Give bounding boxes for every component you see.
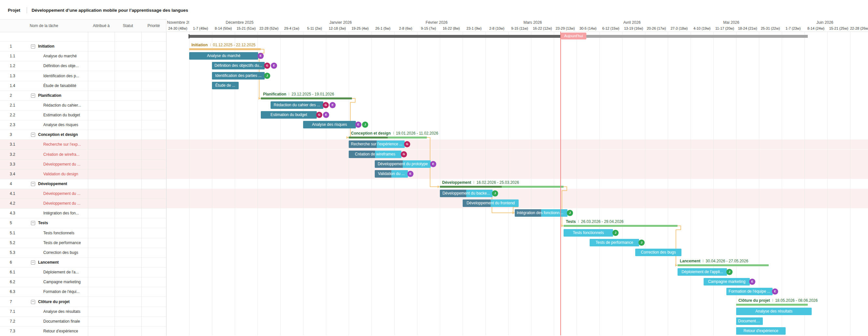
priority-cell[interactable]: ↑Moyen bbox=[141, 316, 166, 327]
collapse-toggle-icon[interactable] bbox=[31, 182, 35, 186]
status-cell[interactable]: Ouvert bbox=[115, 267, 142, 277]
task-name-cell[interactable]: 4.1Développement du ... bbox=[0, 189, 88, 199]
status-cell[interactable]: En cour bbox=[115, 139, 142, 149]
assignee-cell[interactable]: JJean... bbox=[88, 228, 115, 238]
priority-cell[interactable]: ↑Moyen bbox=[141, 169, 166, 179]
priority-cell[interactable]: ↑Moyen bbox=[141, 101, 166, 110]
summary-bar-progress[interactable] bbox=[440, 186, 502, 188]
priority-cell[interactable]: ↑Moyen bbox=[141, 208, 166, 218]
collapse-toggle-icon[interactable] bbox=[31, 44, 35, 49]
collapse-toggle-icon[interactable] bbox=[31, 93, 35, 98]
task-name-cell[interactable]: 1.3Identification des p... bbox=[0, 71, 88, 81]
summary-bar[interactable] bbox=[736, 304, 808, 306]
status-cell[interactable]: Ouvert bbox=[115, 326, 142, 336]
status-cell[interactable]: Ouvert bbox=[115, 316, 142, 327]
task-bar[interactable]: Estimation du budget bbox=[261, 111, 317, 119]
task-name-cell[interactable]: 6.1Déploiement de l'a... bbox=[0, 267, 88, 277]
task-name-cell[interactable]: 5.2Tests de performance bbox=[0, 238, 88, 248]
priority-cell[interactable]: ↑Moyen bbox=[141, 61, 166, 71]
task-name-cell[interactable]: 3.3Développement du ... bbox=[0, 159, 88, 169]
assignee-cell[interactable]: EEtien... bbox=[88, 277, 115, 287]
priority-cell[interactable]: ↑Moyen bbox=[141, 228, 166, 238]
task-name-cell[interactable]: 1.4Étude de faisabilité bbox=[0, 81, 88, 91]
task-name-cell[interactable]: 6.2Campagne marketing bbox=[0, 277, 88, 287]
priority-cell[interactable]: ↑Moyen bbox=[141, 238, 166, 248]
task-name-cell[interactable]: 2.3Analyse des risques bbox=[0, 120, 88, 130]
priority-cell[interactable]: ↑Moyen bbox=[141, 110, 166, 120]
task-bar[interactable]: Étude de ... bbox=[212, 82, 239, 89]
assignee-cell[interactable]: Non attrib... bbox=[88, 248, 115, 258]
status-cell[interactable]: Ouvert bbox=[115, 228, 142, 238]
priority-cell[interactable]: ↑Moyen bbox=[141, 120, 166, 130]
assignee-cell[interactable]: Non attrib... bbox=[88, 316, 115, 327]
task-bar[interactable]: Identification des parties ... bbox=[212, 72, 265, 80]
priority-cell[interactable]: ↑Moyen bbox=[141, 51, 166, 61]
task-bar[interactable]: Tests de performance bbox=[590, 239, 639, 246]
priority-cell[interactable]: ↑Haut bbox=[141, 198, 166, 208]
status-cell[interactable]: En cour bbox=[115, 169, 142, 179]
summary-bar[interactable] bbox=[261, 97, 352, 100]
status-cell[interactable]: Ouvert bbox=[115, 238, 142, 248]
collapse-toggle-icon[interactable] bbox=[31, 300, 35, 304]
task-bar[interactable]: Formation de l'équipe ... bbox=[726, 288, 773, 295]
assignee-cell[interactable]: GGilbe... bbox=[88, 139, 115, 149]
task-name-cell[interactable]: 1.2Définition des obje... bbox=[0, 61, 88, 71]
summary-bar-remaining[interactable] bbox=[502, 186, 564, 188]
priority-cell[interactable]: ↑Moyen bbox=[141, 287, 166, 297]
status-cell[interactable]: En cour bbox=[115, 208, 142, 218]
collapse-toggle-icon[interactable] bbox=[31, 260, 35, 264]
task-bar[interactable]: Développement du prototype bbox=[375, 160, 431, 168]
task-bar[interactable]: Tests fonctionnels bbox=[564, 229, 613, 236]
assignee-cell[interactable]: GE bbox=[88, 61, 115, 71]
task-bar[interactable]: Analyse des risques bbox=[303, 121, 356, 129]
priority-cell[interactable]: ↑Moyen bbox=[141, 149, 166, 160]
assignee-cell[interactable]: EEtien... bbox=[88, 287, 115, 297]
task-bar[interactable]: Recherche sur l'expérience ... bbox=[349, 140, 405, 148]
status-cell[interactable]: Fait bbox=[115, 81, 142, 91]
summary-bar[interactable] bbox=[189, 48, 261, 50]
task-bar[interactable]: Correction des bugs bbox=[635, 249, 681, 256]
task-bar[interactable]: Analyse du marché bbox=[189, 52, 258, 60]
task-name-cell[interactable]: 2.2Estimation du budget bbox=[0, 110, 88, 120]
task-name-cell[interactable]: 5.3Correction des bugs bbox=[0, 248, 88, 258]
priority-cell[interactable]: ↑Haut bbox=[141, 189, 166, 199]
assignee-cell[interactable]: Non attrib... bbox=[88, 81, 115, 91]
status-cell[interactable]: Fait bbox=[115, 101, 142, 110]
task-name-cell[interactable]: 3.4Validation du design bbox=[0, 169, 88, 179]
task-name-cell[interactable]: 7.3Retour d'expérience bbox=[0, 326, 88, 336]
status-cell[interactable]: En cour bbox=[115, 159, 142, 169]
status-cell[interactable]: Fait bbox=[115, 71, 142, 81]
task-bar[interactable]: Définition des objectifs du... bbox=[212, 62, 265, 69]
priority-cell[interactable]: ↑Moyen bbox=[141, 277, 166, 287]
priority-cell[interactable]: ↑Moyen bbox=[141, 326, 166, 336]
task-bar[interactable]: Rédaction du cahier des ... bbox=[271, 101, 323, 109]
summary-bar[interactable] bbox=[678, 264, 769, 266]
task-name-cell[interactable]: 4.3Intégration des fon... bbox=[0, 208, 88, 218]
status-cell[interactable]: En cour bbox=[115, 149, 142, 160]
assignee-cell[interactable]: JJean... bbox=[88, 71, 115, 81]
priority-cell[interactable]: ↑Moyen bbox=[141, 81, 166, 91]
assignee-cell[interactable]: EEtien... bbox=[88, 51, 115, 61]
summary-bar-remaining[interactable] bbox=[388, 137, 427, 139]
task-name-cell[interactable]: 1.1Analyse du marché bbox=[0, 51, 88, 61]
status-cell[interactable]: Ouvert bbox=[115, 307, 142, 317]
status-cell[interactable]: Fait bbox=[115, 120, 142, 130]
task-name-cell[interactable]: 3.1Recherche sur l'exp... bbox=[0, 139, 88, 149]
task-name-cell[interactable]: 6.3Formation de l'équi... bbox=[0, 287, 88, 297]
task-bar[interactable]: Développement du backe... bbox=[440, 190, 493, 197]
priority-cell[interactable]: ↑Moyen bbox=[141, 71, 166, 81]
priority-cell[interactable]: ↑Moyen bbox=[141, 267, 166, 277]
task-name-cell[interactable]: 3.2Création de wirefra... bbox=[0, 149, 88, 160]
task-name-cell[interactable]: 5.1Tests fonctionnels bbox=[0, 228, 88, 238]
task-bar[interactable]: Documentat... bbox=[736, 317, 763, 325]
task-bar[interactable]: Création de wireframes bbox=[349, 150, 401, 158]
assignee-cell[interactable]: JJean... bbox=[88, 238, 115, 248]
assignee-cell[interactable]: EJ bbox=[88, 120, 115, 130]
status-cell[interactable]: Ouvert bbox=[115, 248, 142, 258]
task-bar[interactable]: Campagne marketing bbox=[704, 278, 750, 285]
assignee-cell[interactable]: JJean... bbox=[88, 208, 115, 218]
assignee-cell[interactable]: JJean... bbox=[88, 267, 115, 277]
task-bar[interactable]: Retour d'expérience bbox=[736, 327, 786, 335]
collapse-toggle-icon[interactable] bbox=[31, 221, 35, 225]
task-name-cell[interactable]: 7.2Documentation finale bbox=[0, 316, 88, 327]
